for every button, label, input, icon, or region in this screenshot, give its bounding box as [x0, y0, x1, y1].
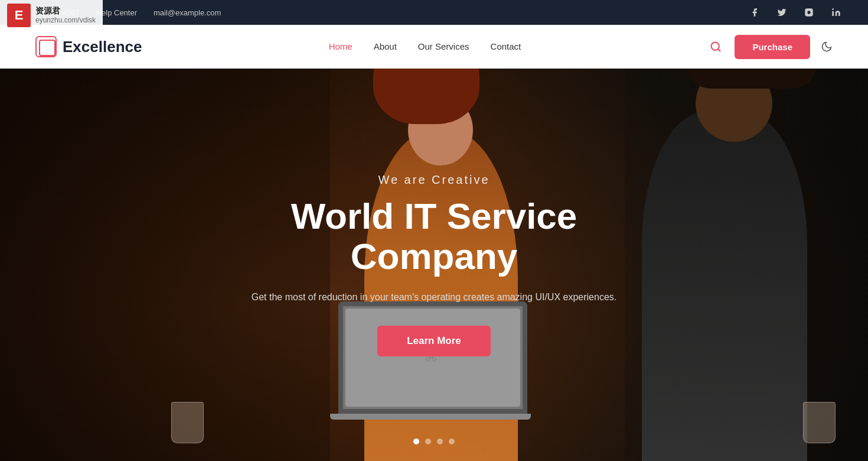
carousel-dots	[413, 439, 455, 444]
nav-item-contact[interactable]: Contact	[491, 41, 521, 52]
watermark-brand-zh: 资源君	[35, 5, 96, 16]
nav-item-home[interactable]: Home	[329, 41, 353, 52]
brand-icon	[35, 36, 57, 57]
facebook-link[interactable]	[746, 4, 763, 21]
navbar: Excellence Home About Our Services Conta…	[0, 25, 868, 69]
instagram-link[interactable]	[801, 4, 817, 21]
watermark-brand-url: eyunzhu.com/vdisk	[35, 16, 96, 25]
topbar-right	[746, 4, 844, 21]
carousel-dot-4[interactable]	[449, 439, 455, 444]
nav-link-home[interactable]: Home	[329, 41, 353, 51]
watermark: E 资源君 eyunzhu.com/vdisk	[0, 0, 103, 31]
brand-name: Excellence	[63, 38, 142, 56]
learn-more-button[interactable]: Learn More	[377, 326, 491, 356]
svg-point-2	[832, 8, 834, 10]
navbar-actions: Purchase	[707, 35, 833, 59]
nav-item-services[interactable]: Our Services	[418, 41, 469, 52]
hero-content: We are Creative World IT Service Company…	[198, 173, 670, 357]
carousel-dot-1[interactable]	[413, 439, 419, 444]
nav-link-contact[interactable]: Contact	[491, 41, 521, 51]
twitter-link[interactable]	[774, 4, 790, 21]
carousel-dot-2[interactable]	[425, 439, 431, 444]
hero-section: ⌘ We are Creative World IT Service Compa…	[0, 69, 868, 461]
nav-link-services[interactable]: Our Services	[418, 41, 469, 51]
search-button[interactable]	[707, 38, 724, 55]
nav-item-about[interactable]: About	[374, 41, 397, 52]
svg-line-4	[718, 49, 720, 51]
hero-title: World IT Service Company	[210, 196, 658, 277]
dark-mode-toggle[interactable]	[821, 41, 833, 53]
email-link[interactable]: mail@example.com	[154, 8, 221, 17]
topbar: 📞 +1 234 4567 Help Center mail@example.c…	[0, 0, 868, 25]
purchase-button[interactable]: Purchase	[735, 35, 810, 59]
hero-subtitle: We are Creative	[210, 173, 658, 187]
watermark-logo: E	[7, 4, 31, 27]
hero-description: Get the most of reduction in your team's…	[210, 290, 658, 305]
watermark-text: 资源君 eyunzhu.com/vdisk	[35, 5, 96, 25]
linkedin-link[interactable]	[828, 4, 844, 21]
nav-menu: Home About Our Services Contact	[329, 41, 521, 52]
brand-logo[interactable]: Excellence	[35, 36, 142, 57]
carousel-dot-3[interactable]	[437, 439, 443, 444]
nav-link-about[interactable]: About	[374, 41, 397, 51]
